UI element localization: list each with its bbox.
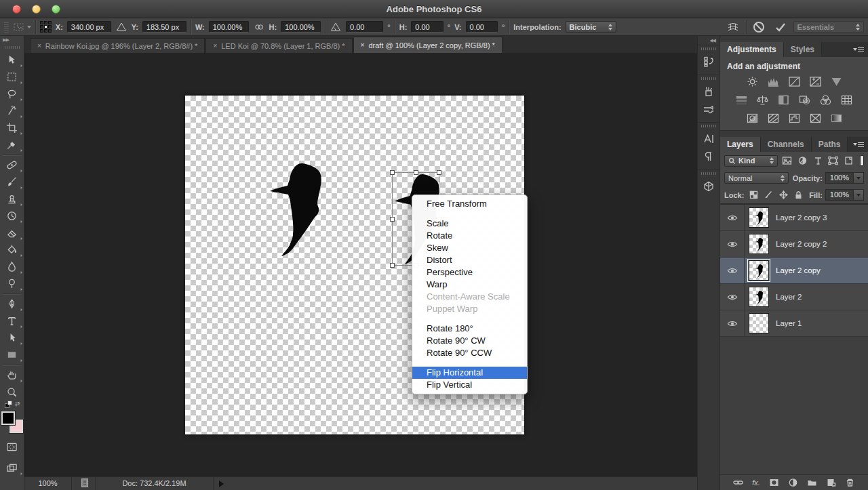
type-tool[interactable] (2, 312, 22, 329)
tab-draft[interactable]: × draft @ 100% (Layer 2 copy, RGB/8) * (353, 37, 502, 53)
opacity-dropdown-button[interactable] (854, 172, 864, 184)
lock-pixels-icon[interactable] (763, 190, 774, 201)
filter-pixel-layers-icon[interactable] (782, 155, 793, 167)
menu-item-skew[interactable]: Skew (412, 242, 527, 254)
dock-grip[interactable] (701, 47, 716, 50)
panel-menu-icon[interactable] (853, 141, 864, 148)
cancel-transform-button[interactable] (750, 21, 768, 33)
invert-icon[interactable] (745, 112, 760, 125)
dock-grip[interactable] (701, 77, 716, 80)
color-lookup-icon[interactable] (840, 94, 854, 106)
hand-tool[interactable] (2, 367, 22, 384)
blur-tool[interactable] (2, 258, 22, 275)
panel-menu-icon[interactable] (853, 46, 864, 53)
reference-point-locator[interactable] (40, 21, 52, 33)
history-panel-icon[interactable] (700, 53, 717, 70)
tab-channels[interactable]: Channels (761, 137, 812, 152)
layer-thumbnail[interactable] (749, 313, 769, 333)
eyedropper-tool[interactable] (2, 136, 22, 153)
y-position-input[interactable]: 183.50 px (142, 21, 186, 33)
workspace-select[interactable]: Essentials (793, 21, 864, 33)
relative-position-toggle[interactable] (115, 21, 127, 33)
filter-adjustment-layers-icon[interactable] (797, 155, 808, 167)
channel-mixer-icon[interactable] (818, 94, 833, 106)
color-balance-icon[interactable] (755, 94, 770, 106)
3d-panel-icon[interactable] (700, 178, 717, 195)
commit-transform-button[interactable] (772, 21, 789, 33)
exposure-icon[interactable] (808, 75, 823, 88)
tab-adjustments[interactable]: Adjustments (720, 42, 784, 57)
dock-grip[interactable] (701, 125, 716, 127)
menu-item-rotate[interactable]: Rotate (412, 230, 527, 242)
opacity-value[interactable]: 100% (825, 172, 854, 184)
layer-style-fx-icon[interactable]: fx. (752, 478, 760, 487)
black-white-icon[interactable] (776, 94, 791, 106)
brush-tool[interactable] (2, 173, 22, 190)
selective-color-icon[interactable] (808, 112, 823, 125)
zoom-tool[interactable] (2, 384, 22, 401)
layer-name[interactable]: Layer 2 copy 2 (776, 240, 827, 248)
photo-filter-icon[interactable] (797, 94, 812, 106)
lasso-tool[interactable] (2, 85, 22, 102)
menu-item-flip-vertical[interactable]: Flip Vertical (412, 379, 527, 391)
link-layers-icon[interactable] (733, 478, 743, 487)
rectangular-marquee-tool[interactable] (2, 68, 22, 85)
menu-item-scale[interactable]: Scale (412, 218, 527, 230)
new-layer-icon[interactable] (826, 478, 836, 487)
curves-icon[interactable] (787, 75, 802, 88)
tool-presets-panel-icon[interactable] (700, 83, 717, 100)
quick-mask-button[interactable] (2, 438, 22, 455)
filter-smart-objects-icon[interactable] (843, 155, 854, 167)
fill-value[interactable]: 100% (825, 189, 854, 201)
magic-wand-tool[interactable] (2, 102, 22, 119)
visibility-eye-icon[interactable] (720, 205, 745, 230)
paragraph-panel-icon[interactable] (700, 148, 717, 165)
lock-all-icon[interactable] (793, 190, 804, 201)
layer-name[interactable]: Layer 2 copy (776, 266, 821, 274)
screen-mode-button[interactable] (2, 460, 22, 476)
collapse-tools-chevron[interactable]: ▶▶ (3, 37, 9, 44)
layer-row-layer-2-copy-2[interactable]: Layer 2 copy 2 (720, 231, 868, 258)
filter-shape-layers-icon[interactable] (828, 155, 840, 167)
filter-on-off-toggle[interactable] (860, 155, 864, 166)
tab-styles[interactable]: Styles (784, 42, 822, 57)
transform-handle-top-right[interactable] (437, 170, 441, 175)
blend-mode-select[interactable]: Normal (724, 172, 789, 184)
dodge-tool[interactable] (2, 275, 22, 292)
transform-handle-middle-left[interactable] (390, 217, 395, 222)
koi-silhouette-layer2[interactable] (270, 163, 321, 256)
layer-thumbnail[interactable] (749, 287, 769, 307)
menu-item-rotate-90-cw[interactable]: Rotate 90° CW (412, 335, 527, 347)
history-brush-tool[interactable] (2, 207, 22, 224)
zoom-level-field[interactable]: 100% (24, 477, 72, 490)
new-adjustment-layer-icon[interactable] (788, 478, 798, 487)
close-icon[interactable]: × (37, 42, 41, 49)
gradient-map-icon[interactable] (829, 112, 844, 125)
interpolation-select[interactable]: Bicubic (566, 21, 616, 33)
options-bar-grip[interactable] (4, 21, 9, 33)
visibility-eye-icon[interactable] (720, 231, 745, 257)
pen-tool[interactable] (2, 295, 22, 312)
document-size-info[interactable]: Doc: 732.4K/2.19M (95, 477, 214, 490)
threshold-icon[interactable] (787, 112, 802, 125)
layer-name[interactable]: Layer 2 (776, 293, 802, 301)
tools-grip[interactable] (5, 46, 20, 49)
fill-dropdown-button[interactable] (854, 189, 864, 201)
menu-item-distort[interactable]: Distort (412, 254, 527, 266)
layer-thumbnail[interactable] (749, 260, 769, 281)
width-scale-input[interactable]: 100.00% (209, 21, 249, 33)
menu-item-warp[interactable]: Warp (412, 279, 527, 291)
rotation-angle-input[interactable]: 0.00 (346, 21, 383, 33)
close-icon[interactable]: × (213, 42, 217, 49)
skew-horizontal-input[interactable]: 0.00 (411, 21, 443, 33)
tab-rainbow-koi[interactable]: × Rainbow Koi.jpg @ 196% (Layer 2, RGB/8… (30, 38, 205, 53)
swap-colors-icon[interactable]: ⇄ (15, 401, 20, 407)
link-dimensions-icon[interactable] (253, 21, 265, 33)
layer-row-layer-2[interactable]: Layer 2 (720, 284, 868, 310)
visibility-eye-icon[interactable] (720, 310, 745, 336)
expand-dock-chevron[interactable]: ◀◀ (709, 38, 715, 43)
menu-item-rotate-180[interactable]: Rotate 180° (412, 323, 527, 335)
height-scale-input[interactable]: 100.00% (281, 21, 321, 33)
crop-tool[interactable] (2, 119, 22, 136)
layer-thumbnail[interactable] (749, 234, 769, 254)
